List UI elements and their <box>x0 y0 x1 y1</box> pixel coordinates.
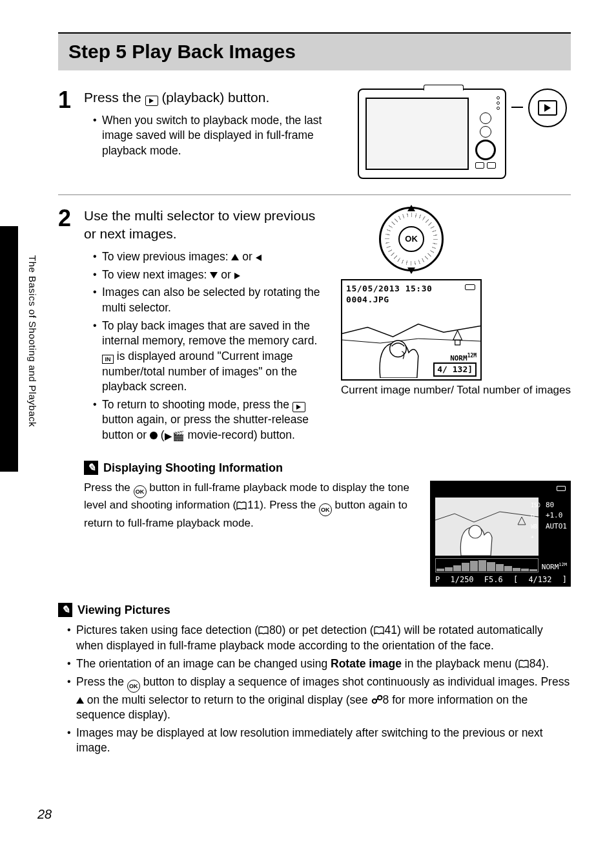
step2-figures: OK 15/05/2013 15:30 0004.JPG <box>341 207 571 446</box>
note2-bullet-4: Images may be displayed at low resolutio… <box>67 726 571 756</box>
shooting-info-panel: ISO 80 ⧉ +1.0 WB AUTO1 ☀ NORM12M P 1/250… <box>430 481 571 587</box>
multi-selector-illustration: OK <box>341 207 482 271</box>
n1-mid2: ). Press the <box>260 499 319 512</box>
s2b1-pre: To view previous images: <box>102 250 231 263</box>
camera-illustration <box>358 89 571 179</box>
n2b2-ref: 84 <box>529 656 542 672</box>
up-icon <box>231 254 239 260</box>
step-2-title: Use the multi selector to view previous … <box>84 207 329 244</box>
n2b1-ref1: 80 <box>269 623 282 638</box>
info-wb: AUTO1 <box>546 522 567 530</box>
section-header: Step 5 Play Back Images <box>58 32 571 70</box>
rotate-image-label: Rotate image <box>331 657 402 670</box>
n2b2-pre: The orientation of an image can be chang… <box>76 657 331 670</box>
step-1-title: Press the (playback) button. <box>84 89 346 107</box>
histogram <box>435 558 539 572</box>
sidebar-section-label: The Basics of Shooting and Playback <box>26 255 39 427</box>
internal-memory-icon: IN <box>102 355 114 364</box>
preview-file: 0004.JPG <box>346 294 477 306</box>
preview-date: 15/05/2013 15:30 <box>346 283 477 295</box>
down-icon <box>210 272 218 278</box>
note-icon-2: ✎ <box>58 603 72 617</box>
side-tab <box>0 226 18 472</box>
page-number: 28 <box>37 806 52 823</box>
s2b1-mid: or <box>239 250 255 263</box>
note1-body: Press the OK button in full-frame playba… <box>84 481 420 587</box>
ok-icon: OK <box>134 485 147 498</box>
n2b1-mid: ) or pet detection ( <box>282 624 374 636</box>
s2b5-post: movie-record) button. <box>185 428 295 441</box>
s2b5-pre: To return to shooting mode, press the <box>102 398 293 411</box>
ok-icon-3: OK <box>127 680 140 693</box>
step1-title-pre: Press the <box>84 90 145 105</box>
n2b2-mid: in the playback menu ( <box>402 657 518 670</box>
step-2: 2 Use the multi selector to view previou… <box>58 194 571 587</box>
note-shooting-info-header: ✎ Displaying Shooting Information <box>84 460 571 476</box>
section-title: Step 5 Play Back Images <box>68 39 560 65</box>
n2b1-ref2: 41 <box>385 623 397 638</box>
note2-bullet-3: Press the OK button to display a sequenc… <box>67 675 571 723</box>
step2-bullet-1: To view previous images: or <box>93 249 329 265</box>
s2b4-pre: To play back images that are saved in th… <box>102 319 317 348</box>
right-icon <box>234 273 240 279</box>
s2b2-pre: To view next images: <box>102 268 210 281</box>
step1-bullet-1: When you switch to playback mode, the la… <box>93 113 346 159</box>
s2b2-mid: or <box>218 268 234 281</box>
page-ref-icon-4: 84 <box>518 656 542 672</box>
n2b3-mid2: on the multi selector to return to the o… <box>84 693 371 706</box>
page-ref-icon-2: 80 <box>258 623 282 638</box>
info-norm: NORM12M <box>542 562 567 572</box>
step1-title-post: (playback) button. <box>158 90 270 105</box>
note2-bullet-1: Pictures taken using face detection (80)… <box>67 623 571 653</box>
info-aperture: F5.6 <box>484 574 503 585</box>
note-icon: ✎ <box>84 461 98 475</box>
left-icon <box>256 255 262 261</box>
n1-ref: 11 <box>247 498 260 513</box>
svg-point-2 <box>469 525 482 538</box>
n2b2-post: ). <box>542 657 549 670</box>
up-icon-2 <box>76 697 84 704</box>
page-ref-icon-3: 41 <box>374 623 397 638</box>
n1-pre: Press the <box>84 481 134 494</box>
movie-record-icon: ▶🎬 <box>165 430 185 441</box>
note2-title: Viewing Pictures <box>77 602 170 618</box>
n2b3-mid1: button to display a sequence of images s… <box>140 675 570 688</box>
preview-caption: Current image number/ Total number of im… <box>341 383 571 398</box>
preview-counter: 4/ 132] <box>433 362 477 377</box>
n2b1-pre: Pictures taken using face detection ( <box>76 624 258 636</box>
step2-bullet-2: To view next images: or <box>93 267 329 283</box>
n2b3-pre: Press the <box>76 675 127 688</box>
step-2-number: 2 <box>58 207 84 587</box>
playback-icon-2 <box>293 402 305 412</box>
note1-title: Displaying Shooting Information <box>103 460 283 476</box>
note2-body: Pictures taken using face detection (80)… <box>58 623 571 756</box>
note2-bullet-2: The orientation of an image can be chang… <box>67 656 571 672</box>
info-iso: 80 <box>546 501 554 509</box>
info-counter: 4/132 <box>528 574 551 585</box>
ok-icon-2: OK <box>319 503 332 516</box>
info-mode: P <box>435 574 440 585</box>
playback-button-callout <box>528 89 567 127</box>
n2b3-ref: 8 <box>383 693 389 706</box>
playback-preview: 15/05/2013 15:30 0004.JPG <box>341 279 482 381</box>
s2b4-post: is displayed around "Current image numbe… <box>102 350 297 393</box>
note-viewing-pictures-header: ✎ Viewing Pictures <box>58 602 571 618</box>
step2-bullet-5: To return to shooting mode, press the bu… <box>93 397 329 443</box>
battery-icon <box>465 284 475 290</box>
info-ev: +1.0 <box>546 511 563 519</box>
advanced-ref-icon: ☍ <box>371 693 383 706</box>
step-1-number: 1 <box>58 89 84 179</box>
record-button-icon <box>150 432 158 439</box>
playback-icon <box>145 96 158 106</box>
step-1: 1 Press the (playback) button. When you … <box>58 89 571 179</box>
step2-bullet-4: To play back images that are saved in th… <box>93 319 329 395</box>
info-battery-icon <box>557 486 566 491</box>
info-shutter: 1/250 <box>450 574 473 585</box>
step2-bullet-3: Images can also be selected by rotating … <box>93 285 329 315</box>
page-ref-icon: 11 <box>236 498 260 513</box>
